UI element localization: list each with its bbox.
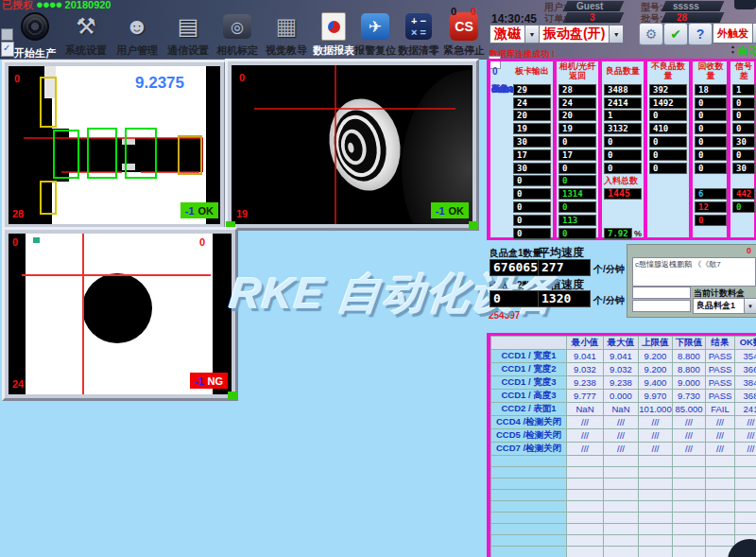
- window-control-tab[interactable]: [734, 0, 756, 9]
- system-settings-button[interactable]: ⚒ 系统设置: [60, 11, 112, 58]
- report-doc-icon: [318, 11, 350, 42]
- cell: 0: [649, 149, 687, 161]
- help-button[interactable]: ?: [688, 23, 713, 45]
- cell: 1314: [558, 188, 596, 200]
- order-value: 3: [590, 12, 595, 23]
- note-textbox[interactable]: c憨憧腺返槐鹏鹅 《《敿7: [632, 257, 756, 287]
- result-row[interactable]: CCD4 /检测关闭 /// /// /// /// /// ///: [491, 416, 756, 429]
- start-production-button[interactable]: 开始生产: [9, 11, 60, 61]
- header-min: 最小值: [567, 337, 604, 350]
- cell: 3132: [604, 123, 642, 134]
- rlabel: CCD2 / 表面1: [491, 403, 567, 416]
- confirm-check-button[interactable]: ✔: [663, 23, 688, 45]
- avg-speed-unit: 个/分钟: [593, 263, 625, 276]
- cell: 30: [513, 136, 551, 148]
- camera2-view: 0 19 -1 OK: [232, 65, 472, 224]
- rlabel: CCD4 /检测关闭: [491, 416, 567, 429]
- mode-spinner-icon[interactable]: ▲▼: [730, 44, 735, 55]
- rlow: ///: [673, 416, 706, 429]
- rlow: 85.000: [673, 403, 706, 416]
- col2-header: 相机/光纤 返回: [558, 59, 596, 83]
- box-select-dropdown[interactable]: 良品料盒1 ▼: [693, 298, 756, 314]
- user-management-button[interactable]: ☻ 用户管理: [112, 11, 163, 58]
- rup: 9.200: [639, 350, 673, 363]
- cell: 20: [558, 110, 596, 121]
- empty-row: [491, 524, 756, 535]
- vibrator-combo-arrow-icon[interactable]: ▼: [610, 25, 624, 44]
- peak-speed-unit: 个/分钟: [593, 294, 625, 307]
- cell: 0: [649, 163, 687, 174]
- result-row[interactable]: CCD5 /检测关闭 /// /// /// /// /// ///: [491, 429, 756, 443]
- rlabel: CCD5 /检测关闭: [491, 429, 567, 443]
- rlabel: CCD1 / 宽度1: [491, 350, 567, 363]
- cell: 17: [558, 149, 596, 161]
- rmax: ///: [604, 416, 639, 429]
- cell: 28: [558, 84, 596, 96]
- camera1-panel: 0 28 9.2375 -1 OK: [2, 60, 227, 231]
- rlabel: CCD1 / 高度3: [491, 390, 567, 403]
- result-row[interactable]: CCD7 /检测关闭 /// /// /// /// /// ///: [491, 443, 756, 456]
- camera3-panel: 0 0 24 -1 NG: [2, 227, 238, 401]
- empty-row: [491, 535, 756, 547]
- trigger-combo[interactable]: 外触发 ▼: [713, 23, 756, 44]
- cam1-badge-number: -1: [185, 205, 195, 217]
- data-clear-label: 数据清零: [393, 44, 444, 58]
- peak-speed-value: 1320: [538, 290, 591, 307]
- rmin: ///: [567, 429, 604, 443]
- result-row[interactable]: CCD2 / 表面1 NaN NaN 101.000 85.000 FAIL 2…: [491, 403, 756, 416]
- col-signal-diff: 信号差 1 0 0 0 30 0 30 442 0: [732, 59, 755, 214]
- input-field-1[interactable]: [632, 287, 691, 299]
- result-row[interactable]: CCD1 / 高度3 9.777 0.000 9.970 9.730 PASS …: [491, 390, 756, 403]
- vibrator-combo[interactable]: 振动盘(开) ▼: [539, 25, 624, 44]
- rlabel: CCD1 / 宽度2: [491, 363, 567, 376]
- good-box2-value: 0: [490, 290, 539, 307]
- cam3-right-bar: [213, 234, 232, 394]
- cam2-count-topleft: 0: [239, 73, 245, 83]
- result-row[interactable]: CCD1 / 宽度1 9.041 9.041 9.200 8.800 PASS …: [491, 350, 756, 363]
- rmin: 9.041: [567, 350, 604, 363]
- rres: ///: [706, 429, 735, 443]
- cam3-crosshair-h: [22, 274, 211, 276]
- cell: 2414: [604, 97, 642, 109]
- start-production-icon: [19, 11, 51, 42]
- cell: 113: [558, 215, 596, 226]
- camera-calibration-button[interactable]: ◎ 相机标定: [212, 11, 263, 58]
- rlow: ///: [673, 443, 706, 456]
- emergency-stop-button[interactable]: CS 紧急停止: [438, 11, 490, 58]
- result-header-blank: [491, 337, 567, 350]
- cam1-result-badge: -1 OK: [180, 202, 218, 218]
- rres: PASS: [706, 363, 735, 376]
- empty-row: [491, 490, 756, 501]
- empty-row: [491, 479, 756, 490]
- rmin: 9.032: [567, 363, 604, 376]
- result-row[interactable]: CCD1 / 宽度2 9.032 9.032 9.200 8.800 PASS …: [491, 363, 756, 376]
- vision-screen-icon: ▦: [270, 11, 302, 42]
- rres: PASS: [706, 390, 735, 403]
- license-dots: ●●●●: [36, 0, 61, 11]
- result-row[interactable]: CCD1 / 宽度3 9.238 9.238 9.400 9.000 PASS …: [491, 376, 756, 390]
- rmax: NaN: [604, 403, 639, 416]
- avg-speed-value: 277: [538, 259, 591, 276]
- box-select-arrow-icon[interactable]: ▼: [744, 299, 756, 313]
- col6-header: 信号差: [732, 59, 755, 83]
- col-ng-count: 不良品数量 392 1492 0 410 0 0 0: [649, 59, 687, 175]
- cell: 0: [558, 136, 596, 148]
- emergency-stop-label: 紧急停止: [438, 44, 490, 58]
- cell: 24: [558, 97, 596, 109]
- cell: 0: [695, 110, 727, 121]
- cell: 0: [695, 136, 727, 148]
- rlow: ///: [673, 429, 706, 443]
- server-stack-icon: ▤: [172, 11, 204, 42]
- vision-teach-button[interactable]: ▦ 视觉教导: [261, 11, 312, 58]
- cam2-result-badge: -1 OK: [431, 202, 469, 218]
- magnet-combo-arrow-icon[interactable]: ▼: [525, 25, 540, 44]
- magnet-combo[interactable]: 激磁 ▼: [490, 25, 540, 44]
- input-field-2[interactable]: [632, 300, 691, 312]
- cell: 442: [732, 188, 755, 200]
- rok: ///: [735, 443, 756, 456]
- camera1-image: [9, 66, 220, 224]
- data-clear-button[interactable]: + −× = 数据清零: [393, 11, 444, 58]
- comm-settings-button[interactable]: ▤ 通信设置: [163, 11, 214, 58]
- gear-button[interactable]: ⚙: [639, 23, 663, 45]
- cell: 0: [558, 228, 596, 239]
